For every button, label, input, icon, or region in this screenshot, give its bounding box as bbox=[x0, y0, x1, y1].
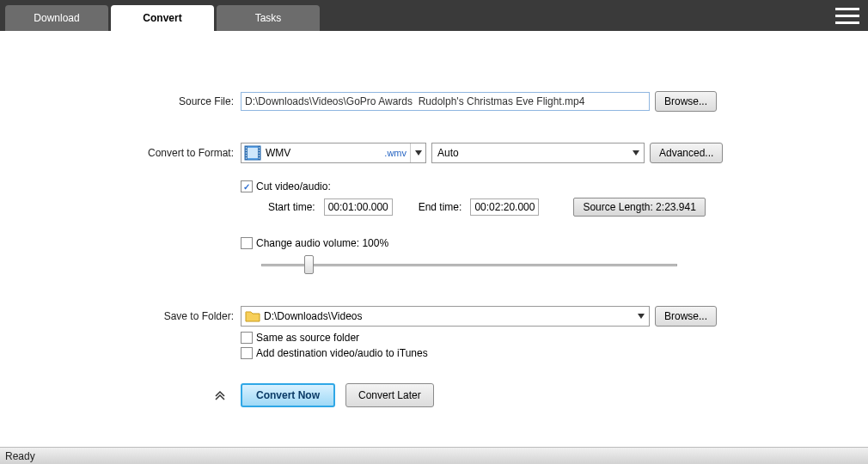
cut-video-audio-checkbox[interactable] bbox=[241, 180, 253, 192]
svg-point-12 bbox=[259, 155, 260, 156]
convert-now-button[interactable]: Convert Now bbox=[241, 383, 335, 407]
source-length-button[interactable]: Source Length: 2:23.941 bbox=[573, 198, 705, 217]
svg-point-7 bbox=[246, 155, 248, 156]
svg-point-9 bbox=[259, 147, 260, 149]
cut-video-audio-label: Cut video/audio: bbox=[256, 180, 331, 192]
format-ext: .wmv bbox=[384, 148, 410, 158]
change-audio-volume-label: Change audio volume: 100% bbox=[256, 237, 388, 249]
svg-rect-1 bbox=[247, 148, 259, 158]
start-time-input[interactable] bbox=[324, 198, 393, 216]
quality-value: Auto bbox=[437, 147, 628, 159]
save-to-folder-label: Save to Folder: bbox=[0, 310, 241, 322]
advanced-button[interactable]: Advanced... bbox=[650, 143, 723, 163]
format-name: WMV bbox=[264, 147, 384, 159]
save-folder-path: D:\Downloads\Videos bbox=[260, 310, 633, 322]
start-time-label: Start time: bbox=[268, 201, 315, 213]
film-icon bbox=[244, 145, 261, 161]
statusbar: Ready bbox=[0, 447, 868, 464]
titlebar: Download Convert Tasks bbox=[0, 0, 868, 31]
folder-icon bbox=[245, 309, 260, 323]
volume-slider[interactable] bbox=[261, 256, 677, 273]
svg-point-6 bbox=[246, 152, 248, 154]
save-folder-select[interactable]: D:\Downloads\Videos bbox=[241, 306, 650, 327]
browse-source-button[interactable]: Browse... bbox=[655, 91, 717, 112]
svg-point-11 bbox=[259, 152, 260, 154]
end-time-input[interactable] bbox=[470, 198, 539, 216]
convert-to-format-label: Convert to Format: bbox=[0, 147, 241, 159]
add-to-itunes-label: Add destination video/audio to iTunes bbox=[256, 347, 428, 359]
svg-point-13 bbox=[259, 157, 260, 159]
convert-later-button[interactable]: Convert Later bbox=[345, 383, 434, 407]
format-select[interactable]: WMV .wmv bbox=[241, 143, 426, 163]
format-dropdown-arrow-icon[interactable] bbox=[410, 143, 425, 162]
menu-icon[interactable] bbox=[835, 3, 859, 27]
change-audio-volume-checkbox[interactable] bbox=[241, 237, 253, 249]
volume-slider-thumb[interactable] bbox=[304, 255, 314, 274]
quality-select[interactable]: Auto bbox=[431, 143, 645, 163]
save-folder-dropdown-arrow-icon[interactable] bbox=[633, 307, 649, 326]
same-as-source-label: Same as source folder bbox=[256, 332, 359, 344]
source-file-input[interactable] bbox=[241, 92, 650, 111]
svg-point-8 bbox=[246, 157, 248, 159]
tab-convert[interactable]: Convert bbox=[111, 5, 214, 31]
svg-point-10 bbox=[259, 150, 260, 151]
convert-panel: Source File: Browse... Convert to Format… bbox=[0, 31, 868, 407]
tabs: Download Convert Tasks bbox=[0, 0, 322, 31]
source-file-label: Source File: bbox=[0, 95, 241, 107]
collapse-icon[interactable] bbox=[211, 387, 229, 404]
end-time-label: End time: bbox=[419, 201, 462, 213]
quality-dropdown-arrow-icon[interactable] bbox=[628, 143, 644, 162]
browse-folder-button[interactable]: Browse... bbox=[655, 306, 717, 327]
tab-download[interactable]: Download bbox=[5, 5, 108, 31]
svg-point-4 bbox=[246, 147, 248, 149]
status-text: Ready bbox=[5, 450, 35, 462]
add-to-itunes-checkbox[interactable] bbox=[241, 347, 253, 359]
svg-point-5 bbox=[246, 150, 248, 151]
same-as-source-checkbox[interactable] bbox=[241, 332, 253, 344]
tab-tasks[interactable]: Tasks bbox=[217, 5, 320, 31]
